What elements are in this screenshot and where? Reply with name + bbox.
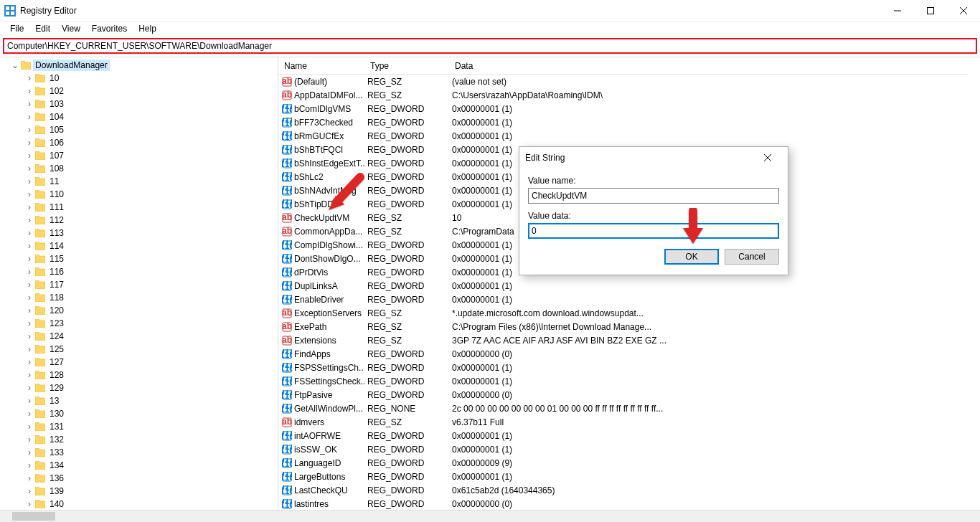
expand-icon[interactable]: › — [24, 460, 34, 470]
value-data-input[interactable] — [528, 223, 779, 239]
tree-item[interactable]: ›112 — [10, 214, 278, 227]
tree-item[interactable]: ›120 — [10, 304, 278, 317]
value-name-input[interactable] — [528, 188, 779, 204]
close-button[interactable] — [947, 0, 980, 22]
expand-icon[interactable]: › — [24, 499, 34, 509]
menu-help[interactable]: Help — [133, 22, 162, 35]
value-row[interactable]: abExtensionsREG_SZ3GP 7Z AAC ACE AIF ARJ… — [278, 333, 980, 347]
expand-icon[interactable]: › — [24, 215, 34, 225]
address-bar[interactable] — [7, 41, 973, 51]
expand-icon[interactable]: ⌄ — [10, 60, 20, 70]
tree-root-item[interactable]: ⌄DownloadManager — [10, 59, 278, 72]
tree-item[interactable]: ›139 — [10, 485, 278, 498]
ok-button[interactable]: OK — [664, 249, 719, 265]
value-row[interactable]: 011110bRmGUCfExREG_DWORD0x00000001 (1) — [278, 129, 980, 143]
expand-icon[interactable]: › — [24, 86, 34, 96]
tree-item[interactable]: ›104 — [10, 110, 278, 123]
tree-item[interactable]: ›131 — [10, 420, 278, 433]
value-row[interactable]: 011110LastCheckQUREG_DWORD0x61c5ab2d (16… — [278, 483, 980, 497]
value-row[interactable]: 011110intAOFRWEREG_DWORD0x00000001 (1) — [278, 429, 980, 442]
tree-item[interactable]: ›118 — [10, 291, 278, 304]
tree-item[interactable]: ›111 — [10, 201, 278, 214]
value-row[interactable]: 011110EnableDriverREG_DWORD0x00000001 (1… — [278, 293, 980, 306]
column-data[interactable]: Data — [449, 58, 968, 74]
expand-icon[interactable]: › — [24, 138, 34, 148]
value-row[interactable]: abidmversREG_SZv6.37b11 Full — [278, 415, 980, 429]
value-row[interactable]: abAppDataIDMFol...REG_SZC:\Users\razah\A… — [278, 88, 980, 102]
expand-icon[interactable]: › — [24, 176, 34, 186]
expand-icon[interactable]: › — [24, 331, 34, 341]
tree-item[interactable]: ›107 — [10, 149, 278, 162]
tree-item[interactable]: ›133 — [10, 446, 278, 459]
column-name[interactable]: Name — [278, 58, 364, 74]
value-row[interactable]: 011110FtpPasiveREG_DWORD0x00000000 (0) — [278, 388, 980, 402]
tree-item[interactable]: ›117 — [10, 278, 278, 291]
tree-item[interactable]: ›114 — [10, 239, 278, 252]
tree-item[interactable]: ›127 — [10, 356, 278, 369]
expand-icon[interactable]: › — [24, 241, 34, 251]
tree-item[interactable]: ›102 — [10, 85, 278, 98]
expand-icon[interactable]: › — [24, 344, 34, 354]
tree-item[interactable]: ›125 — [10, 343, 278, 356]
value-row[interactable]: 011110FindAppsREG_DWORD0x00000000 (0) — [278, 347, 980, 361]
expand-icon[interactable]: › — [24, 435, 34, 445]
expand-icon[interactable]: › — [24, 202, 34, 212]
tree-item[interactable]: ›136 — [10, 472, 278, 485]
tree-item[interactable]: ›124 — [10, 330, 278, 343]
value-row[interactable]: abExePathREG_SZC:\Program Files (x86)\In… — [278, 320, 980, 333]
tree-item[interactable]: ›140 — [10, 498, 278, 510]
expand-icon[interactable]: › — [24, 383, 34, 393]
expand-icon[interactable]: › — [24, 396, 34, 406]
tree-item[interactable]: ›129 — [10, 381, 278, 394]
value-row[interactable]: abExceptionServersREG_SZ*.update.microso… — [278, 306, 980, 320]
value-row[interactable]: 011110isSSW_OKREG_DWORD0x00000001 (1) — [278, 442, 980, 456]
expand-icon[interactable]: › — [24, 370, 34, 380]
dialog-close-button[interactable] — [753, 148, 782, 168]
expand-icon[interactable]: › — [24, 189, 34, 199]
value-row[interactable]: 011110bFF73CheckedREG_DWORD0x00000001 (1… — [278, 115, 980, 129]
expand-icon[interactable]: › — [24, 486, 34, 496]
value-row[interactable]: ab(Default)REG_SZ(value not set) — [278, 75, 980, 88]
tree-item[interactable]: ›103 — [10, 98, 278, 110]
cancel-button[interactable]: Cancel — [725, 249, 779, 265]
minimize-button[interactable] — [881, 0, 914, 22]
tree-item[interactable]: ›110 — [10, 188, 278, 201]
menu-view[interactable]: View — [56, 22, 86, 35]
value-row[interactable]: 011110FSSettingsCheck...REG_DWORD0x00000… — [278, 374, 980, 388]
value-row[interactable]: 011110LanguageIDREG_DWORD0x00000009 (9) — [278, 456, 980, 470]
expand-icon[interactable]: › — [24, 112, 34, 122]
tree-item[interactable]: ›134 — [10, 459, 278, 472]
value-row[interactable]: 011110FSPSSettingsCh...REG_DWORD0x000000… — [278, 361, 980, 374]
tree-item[interactable]: ›113 — [10, 227, 278, 239]
expand-icon[interactable]: › — [24, 163, 34, 174]
value-row[interactable]: 011110LargeButtonsREG_DWORD0x00000001 (1… — [278, 470, 980, 483]
tree-item[interactable]: ›10 — [10, 72, 278, 85]
value-row[interactable]: 011110DuplLinksAREG_DWORD0x00000001 (1) — [278, 279, 980, 293]
tree-item[interactable]: ›13 — [10, 394, 278, 407]
tree-item[interactable]: ›132 — [10, 433, 278, 446]
expand-icon[interactable]: › — [24, 473, 34, 483]
tree-item[interactable]: ›128 — [10, 369, 278, 381]
expand-icon[interactable]: › — [24, 267, 34, 277]
tree-item[interactable]: ›108 — [10, 162, 278, 175]
expand-icon[interactable]: › — [24, 447, 34, 457]
column-type[interactable]: Type — [364, 58, 449, 74]
tree-hscroll[interactable] — [0, 510, 278, 522]
maximize-button[interactable] — [914, 0, 947, 22]
expand-icon[interactable]: › — [24, 422, 34, 432]
expand-icon[interactable]: › — [24, 280, 34, 290]
expand-icon[interactable]: › — [24, 357, 34, 367]
tree-item[interactable]: ›130 — [10, 407, 278, 420]
tree-item[interactable]: ›105 — [10, 123, 278, 136]
expand-icon[interactable]: › — [24, 151, 34, 161]
menu-favorites[interactable]: Favorites — [86, 22, 133, 35]
tree-item[interactable]: ›106 — [10, 136, 278, 149]
menu-file[interactable]: File — [4, 22, 29, 35]
expand-icon[interactable]: › — [24, 318, 34, 328]
tree-pane[interactable]: ⌄DownloadManager›10›102›103›104›105›106›… — [0, 57, 278, 510]
expand-icon[interactable]: › — [24, 125, 34, 135]
expand-icon[interactable]: › — [24, 254, 34, 264]
expand-icon[interactable]: › — [24, 73, 34, 83]
expand-icon[interactable]: › — [24, 293, 34, 303]
value-row[interactable]: 011110lastintresREG_DWORD0x00000000 (0) — [278, 497, 980, 510]
